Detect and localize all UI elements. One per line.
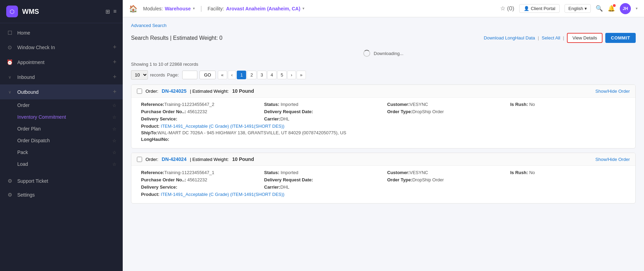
sidebar-subitem-load[interactable]: Load ☆ [0,158,123,170]
expand-icon[interactable]: + [113,73,116,81]
page-4-button[interactable]: 4 [267,71,277,79]
field-status: Status: Imported [264,170,384,175]
sidebar-subitem-inventory-commitment[interactable]: Inventory Commitment ☆ [0,111,123,123]
view-details-button[interactable]: View Details [567,33,603,43]
page-navigation: « ‹ 1 2 3 4 5 › » [218,71,306,79]
advanced-search-link[interactable]: Advanced Search [131,23,167,28]
favorites-count: (0) [507,5,514,12]
home-icon[interactable]: 🏠 [129,4,138,13]
order-card-header: Order: DN-424025 | Estimated Weight: 10 … [131,85,635,98]
first-page-button[interactable]: « [218,71,227,79]
facility-value[interactable]: Arovast Anaheim (Anaheim, CA) [226,6,300,11]
field-status: Status: Imported [264,102,384,107]
results-title: Search Results | Estimated Weight: 0 [131,35,222,41]
loading-spinner [363,50,370,57]
star-icon[interactable]: ☆ [112,115,116,120]
order-checkbox[interactable] [137,157,142,162]
chevron-down-icon: ∨ [6,75,13,80]
client-portal-button[interactable]: 👤 Client Portal [519,4,560,13]
sidebar-item-settings[interactable]: ⚙ Settings [0,188,123,202]
star-icon[interactable]: ☆ [112,126,116,132]
go-button[interactable]: GO [199,71,215,79]
field-reference: Reference:Training-11223455647_1 [141,170,261,175]
records-per-page-select[interactable]: 10 25 50 [131,70,148,80]
order-fields-grid: Reference:Training-11223455647_2 Status:… [141,102,630,121]
sidebar-subitem-label: Inventory Commitment [17,114,66,120]
expand-icon[interactable]: + [113,58,116,66]
page-3-button[interactable]: 3 [257,71,267,79]
show-hide-order-link[interactable]: Show/Hide Order [595,157,630,162]
modules-chevron-icon[interactable]: ▾ [193,6,195,11]
page-number-input[interactable] [182,71,197,79]
results-header: Search Results | Estimated Weight: 0 Dow… [131,33,636,43]
divider: | [200,5,202,12]
star-icon[interactable]: ☆ [112,162,116,167]
order-weight-separator: | Estimated Weight: [190,157,228,162]
sidebar-subitem-label: Order [17,102,30,108]
facility-section: Facility: Arovast Anaheim (Anaheim, CA) … [207,6,304,11]
field-reference: Reference:Training-11223455647_2 [141,102,261,107]
sidebar-subitem-order[interactable]: Order ☆ [0,99,123,111]
facility-label: Facility: [207,6,224,11]
notification-icon[interactable]: 🔔 [608,5,615,12]
order-checkbox[interactable] [137,89,142,94]
sidebar-subitem-order-plan[interactable]: Order Plan ☆ [0,123,123,135]
sidebar-item-window-check-in[interactable]: ⊙ Window Check In + [0,40,123,55]
next-page-button[interactable]: › [287,71,296,79]
star-icon[interactable]: ☆ [112,150,116,155]
star-icon[interactable]: ☆ [112,138,116,143]
select-all-link[interactable]: Select All [542,35,560,40]
star-icon[interactable]: ☆ [112,103,116,108]
sidebar-item-appointment[interactable]: ⏰ Appointment + [0,55,123,70]
field-product: Product: ITEM-1491_Acceptable (C Grade) … [141,192,630,197]
last-page-button[interactable]: » [297,71,306,79]
show-hide-order-link[interactable]: Show/Hide Order [595,89,630,94]
field-delivery-request-date: Delivery Request Date: [264,109,384,114]
field-carrier: Carrier:DHL [264,116,384,121]
sidebar-subitem-order-dispatch[interactable]: Order Dispatch ☆ [0,135,123,146]
page-1-button[interactable]: 1 [237,71,246,79]
sidebar-item-inbound[interactable]: ∨ Inbound + [0,70,123,84]
field-delivery-request-date: Delivery Request Date: [264,177,384,182]
modules-value[interactable]: Warehouse [165,6,191,11]
page-label: Page: [167,72,179,78]
menu-icon[interactable]: ≡ [113,8,116,15]
order-id-link[interactable]: DN-424025 [162,88,187,94]
facility-chevron-icon[interactable]: ▾ [302,6,305,11]
star-favorites-icon[interactable]: ☆ (0) [500,5,514,12]
sidebar-item-label: Inbound [17,74,109,80]
order-estimated-weight: 10 Pound [232,88,254,94]
appointment-icon: ⏰ [6,59,13,65]
download-longhaul-link[interactable]: Download LongHaul Data [484,35,535,40]
search-icon[interactable]: 🔍 [596,5,603,12]
language-selector[interactable]: English ▾ [564,4,591,13]
sidebar-item-label: Outbound [17,89,109,95]
commit-button[interactable]: COMMIT [605,33,636,43]
content-area: Advanced Search Search Results | Estimat… [123,17,644,271]
support-icon: ⚙ [6,178,13,184]
sidebar-subitem-label: Load [17,161,28,167]
order-weight-separator: | Estimated Weight: [190,89,228,94]
field-longhaul-no: LongHaulNo: [141,137,630,142]
sidebar-subitem-pack[interactable]: Pack ☆ [0,146,123,158]
sidebar-header: ⬡ WMS ⊞ ≡ [0,0,123,23]
sidebar-item-home[interactable]: ☐ Home [0,26,123,40]
expand-icon[interactable]: + [113,44,116,51]
home-icon: ☐ [6,30,13,36]
page-5-button[interactable]: 5 [277,71,287,79]
topbar: 🏠 Modules: Warehouse ▾ | Facility: Arova… [123,0,644,17]
client-portal-label: Client Portal [531,6,556,11]
prev-page-button[interactable]: ‹ [228,71,236,79]
avatar[interactable]: JH [620,3,631,14]
sidebar-item-support-ticket[interactable]: ⚙ Support Ticket [0,174,123,188]
order-estimated-weight: 10 Pound [232,156,254,162]
page-2-button[interactable]: 2 [247,71,256,79]
grid-icon[interactable]: ⊞ [105,8,110,15]
avatar-initials: JH [623,6,628,11]
field-is-rush: Is Rush: No [510,102,630,107]
order-card-header: Order: DN-424024 | Estimated Weight: 10 … [131,153,635,166]
order-id-link[interactable]: DN-424024 [162,156,187,162]
sidebar-item-outbound[interactable]: ∨ Outbound + [0,84,123,99]
avatar-chevron-icon[interactable]: ▾ [636,6,638,11]
expand-icon[interactable]: + [113,88,116,96]
